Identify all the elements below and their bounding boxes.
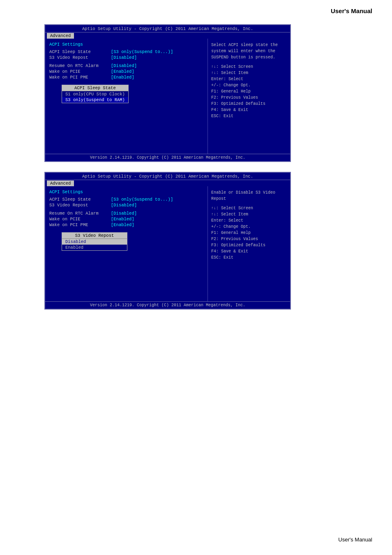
bios1-help-text: Select ACPI sleep state the system will … bbox=[211, 42, 287, 60]
bios2-tab-advanced[interactable]: Advanced bbox=[47, 180, 74, 186]
bios2-footer: Version 2.14.1219. Copyright (C) 2011 Am… bbox=[45, 301, 290, 309]
bios2-label-video-repost: S3 Video Repost bbox=[49, 203, 111, 208]
bios-screen-1: Aptio Setup Utility - Copyright (C) 2011… bbox=[44, 24, 291, 162]
bios1-label-sleep-state: ACPI Sleep State bbox=[49, 49, 111, 54]
bios2-row-wake-pci-pme[interactable]: Wake on PCI PME [Enabled] bbox=[49, 222, 203, 227]
bios1-footer: Version 2.14.1219. Copyright (C) 2011 Am… bbox=[45, 154, 290, 161]
bios2-section-title: ACPI Settings bbox=[49, 190, 203, 194]
bios2-label-wake-pci-pme: Wake on PCI PME bbox=[49, 222, 111, 227]
bios2-key-2: ↑↓: Select Item bbox=[211, 211, 287, 217]
bios1-section-title: ACPI Settings bbox=[49, 42, 203, 47]
bios2-value-wake-pci-pme: [Enabled] bbox=[111, 222, 134, 227]
bios2-label-wake-pcie: Wake on PCIE bbox=[49, 217, 111, 222]
bios1-value-wake-pci-pme: [Enabled] bbox=[111, 75, 134, 80]
bios1-label-rtc-alarm: Resume On RTC Alarm bbox=[49, 63, 111, 68]
bios1-value-sleep-state: [S3 only(Suspend to...)] bbox=[111, 49, 173, 54]
bios2-key-8: F4: Save & Exit bbox=[211, 248, 287, 254]
bios2-key-3: Enter: Select bbox=[211, 217, 287, 224]
bios2-key-4: +/-: Change Opt. bbox=[211, 224, 287, 230]
bios2-row-wake-pcie[interactable]: Wake on PCIE [Enabled] bbox=[49, 217, 203, 222]
bios2-tab-row: Advanced bbox=[45, 180, 290, 186]
bios1-row-sleep-state[interactable]: ACPI Sleep State [S3 only(Suspend to...)… bbox=[49, 49, 203, 54]
bios2-value-sleep-state: [S3 only(Suspend to...)] bbox=[111, 197, 173, 202]
bios2-row-rtc-alarm[interactable]: Resume On RTC Alarm [Disabled] bbox=[49, 211, 203, 216]
bios2-key-7: F3: Optimized Defaults bbox=[211, 242, 287, 248]
bios2-key-6: F2: Previous Values bbox=[211, 236, 287, 242]
bios2-title-bar: Aptio Setup Utility - Copyright (C) 2011… bbox=[45, 173, 290, 180]
bios1-body: ACPI Settings ACPI Sleep State [S3 only(… bbox=[45, 39, 290, 154]
bios2-label-rtc-alarm: Resume On RTC Alarm bbox=[49, 211, 111, 216]
bios1-key-9: ESC: Exit bbox=[211, 113, 287, 119]
bios2-key-5: F1: General Help bbox=[211, 230, 287, 236]
bios2-right-panel: Enable or Disable S3 Video Repost ↑↓: Se… bbox=[208, 186, 290, 301]
bios1-label-wake-pcie: Wake on PCIE bbox=[49, 69, 111, 74]
bios1-label-video-repost: S3 Video Repost bbox=[49, 55, 111, 60]
bios2-body: ACPI Settings ACPI Sleep State [S3 only(… bbox=[45, 186, 290, 301]
bios1-dropdown-item-1[interactable]: S1 only(CPU Stop Clock) bbox=[62, 91, 128, 97]
bios1-value-video-repost: [Disabled] bbox=[111, 55, 137, 60]
bios-screen-2: Aptio Setup Utility - Copyright (C) 2011… bbox=[44, 172, 291, 310]
bios2-row-video-repost[interactable]: S3 Video Repost [Disabled] bbox=[49, 203, 203, 208]
bios1-title-bar: Aptio Setup Utility - Copyright (C) 2011… bbox=[45, 25, 290, 32]
bios2-keybindings: ↑↓: Select Screen ↑↓: Select Item Enter:… bbox=[211, 205, 287, 261]
bios1-key-8: F4: Save & Exit bbox=[211, 107, 287, 113]
bios1-row-wake-pci-pme[interactable]: Wake on PCI PME [Enabled] bbox=[49, 75, 203, 80]
bios1-row-video-repost[interactable]: S3 Video Repost [Disabled] bbox=[49, 55, 203, 60]
bios2-key-1: ↑↓: Select Screen bbox=[211, 205, 287, 211]
bios1-label-wake-pci-pme: Wake on PCI PME bbox=[49, 75, 111, 80]
bios1-key-3: Enter: Select bbox=[211, 76, 287, 82]
bios2-value-video-repost: [Disabled] bbox=[111, 203, 137, 208]
bios2-dropdown-item-1[interactable]: Disabled bbox=[62, 239, 127, 245]
bios1-key-7: F3: Optimized Defaults bbox=[211, 101, 287, 107]
bios1-dropdown-title: ACPI Sleep State bbox=[62, 85, 128, 91]
bios2-label-sleep-state: ACPI Sleep State bbox=[49, 197, 111, 202]
bios1-tab-row: Advanced bbox=[45, 32, 290, 39]
page-footer-title: User's Manual bbox=[338, 536, 372, 543]
bios1-left-panel: ACPI Settings ACPI Sleep State [S3 only(… bbox=[45, 39, 208, 154]
bios1-dropdown-item-2[interactable]: S3 only(Suspend to RAM) bbox=[62, 97, 128, 103]
bios1-dropdown[interactable]: ACPI Sleep State S1 only(CPU Stop Clock)… bbox=[62, 85, 129, 103]
bios1-value-wake-pcie: [Enabled] bbox=[111, 69, 134, 74]
bios1-right-panel: Select ACPI sleep state the system will … bbox=[208, 39, 290, 154]
bios2-value-wake-pcie: [Enabled] bbox=[111, 217, 134, 222]
bios2-dropdown-item-2[interactable]: Enabled bbox=[62, 245, 127, 250]
bios1-value-rtc-alarm: [Disabled] bbox=[111, 63, 137, 68]
bios1-keybindings: ↑↓: Select Screen ↑↓: Select Item Enter:… bbox=[211, 64, 287, 119]
bios1-key-1: ↑↓: Select Screen bbox=[211, 64, 287, 70]
page-header-title: User's Manual bbox=[0, 0, 392, 18]
bios1-tab-advanced[interactable]: Advanced bbox=[47, 33, 74, 39]
bios1-row-rtc-alarm[interactable]: Resume On RTC Alarm [Disabled] bbox=[49, 63, 203, 68]
bios1-key-2: ↑↓: Select Item bbox=[211, 70, 287, 76]
bios1-row-wake-pcie[interactable]: Wake on PCIE [Enabled] bbox=[49, 69, 203, 74]
bios1-key-4: +/-: Change Opt. bbox=[211, 82, 287, 88]
bios2-value-rtc-alarm: [Disabled] bbox=[111, 211, 137, 216]
bios1-key-5: F1: General Help bbox=[211, 88, 287, 95]
bios2-help-text: Enable or Disable S3 Video Repost bbox=[211, 190, 287, 202]
bios2-dropdown[interactable]: S3 Video Repost Disabled Enabled bbox=[62, 232, 127, 251]
bios2-row-sleep-state[interactable]: ACPI Sleep State [S3 only(Suspend to...)… bbox=[49, 197, 203, 202]
bios2-dropdown-title: S3 Video Repost bbox=[62, 233, 127, 239]
bios2-left-panel: ACPI Settings ACPI Sleep State [S3 only(… bbox=[45, 186, 208, 301]
bios2-key-9: ESC: Exit bbox=[211, 254, 287, 261]
bios1-key-6: F2: Previous Values bbox=[211, 95, 287, 101]
